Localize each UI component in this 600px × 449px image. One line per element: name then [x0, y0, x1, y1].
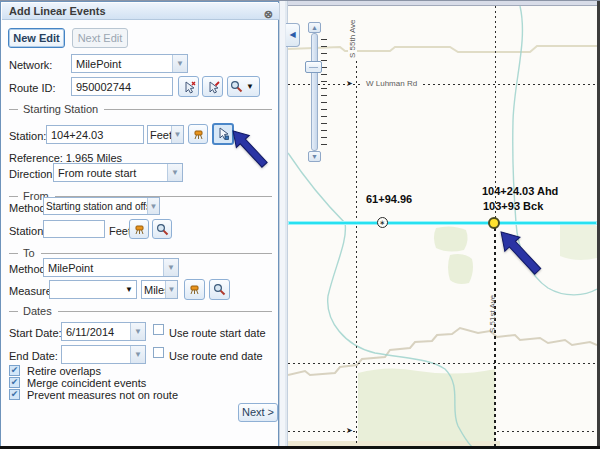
chevron-down-icon[interactable]: ▼ [130, 323, 145, 340]
section-dates: Dates [9, 305, 272, 317]
zoom-slider-ticks [321, 39, 327, 149]
measure-combo[interactable]: ▼ [49, 280, 137, 299]
chevron-down-icon[interactable]: ▼ [147, 198, 159, 214]
road-label-w-luhman: W Luhman Rd [363, 79, 420, 88]
zoom-slider-track[interactable] [311, 33, 318, 151]
network-value: MilePoint [72, 58, 172, 70]
start-date-label: Start Date: [9, 327, 62, 339]
prevent-measures-checkbox[interactable]: ✔ [9, 389, 20, 400]
station-instrument-icon [133, 223, 146, 236]
measure-unit-value: Miles [142, 284, 165, 296]
road-line-w-luhman [288, 84, 597, 85]
annotation-arrow-panel [231, 129, 277, 177]
direction-select[interactable]: From route start ▼ [53, 163, 183, 182]
section-title: Dates [23, 305, 52, 317]
from-station-tool-button[interactable] [129, 219, 149, 239]
chevron-down-icon[interactable]: ▼ [167, 164, 182, 181]
chevron-down-icon[interactable]: ▼ [171, 126, 183, 143]
panel-title: Add Linear Events [9, 5, 106, 17]
section-title: Starting Station [23, 103, 98, 115]
select-route-on-map-button[interactable] [178, 76, 199, 97]
from-station-input[interactable] [43, 220, 105, 238]
selected-station-point[interactable] [488, 217, 500, 229]
from-station-label: Station: [9, 225, 46, 237]
magnifier-icon [156, 223, 169, 236]
chevron-down-icon[interactable]: ▼ [130, 346, 145, 363]
use-route-start-date-checkbox[interactable] [153, 324, 164, 335]
zoom-out-button[interactable]: ▼ [308, 151, 321, 162]
from-unit-text: Feet [109, 225, 131, 237]
collapse-panel-tab[interactable]: ◀ [286, 23, 300, 47]
measure-tool-button[interactable] [184, 279, 205, 300]
road-line-s55th [356, 6, 357, 447]
station-instrument-icon [192, 128, 205, 141]
annotation-arrow-map [499, 230, 557, 290]
clear-route-selection-button[interactable] [202, 76, 223, 97]
prevent-measures-label: Prevent measures not on route [27, 389, 178, 401]
chevron-down-icon[interactable]: ▼ [163, 259, 178, 276]
station-tool-button[interactable] [188, 124, 208, 144]
cursor-deselect-icon [206, 80, 220, 94]
panel-map-splitter[interactable] [279, 1, 288, 447]
route-highlight-line[interactable] [288, 221, 597, 225]
road-junction-marker: ➤ [346, 426, 353, 435]
network-select[interactable]: MilePoint ▼ [71, 54, 188, 73]
next-button[interactable]: Next > [238, 403, 278, 422]
from-method-select[interactable]: Starting station and offset ▼ [43, 197, 160, 215]
basemap-features [288, 6, 597, 447]
station-input[interactable] [46, 125, 144, 144]
magnifier-icon [213, 283, 226, 296]
measure-unit-select[interactable]: Miles ▼ [141, 280, 178, 299]
station-instrument-icon [188, 283, 201, 296]
to-method-select[interactable]: MilePoint ▼ [43, 258, 179, 277]
retire-overlaps-checkbox[interactable]: ✔ [9, 365, 20, 376]
section-title: To [23, 247, 35, 259]
from-method-value: Starting station and offset [44, 201, 147, 212]
measure-label: Measure: [9, 285, 55, 297]
road-line-south1 [288, 363, 597, 364]
route-id-input[interactable] [71, 77, 173, 96]
to-method-value: MilePoint [44, 262, 163, 274]
chevron-down-icon[interactable]: ▼ [172, 55, 187, 72]
route-id-label: Route ID: [9, 82, 55, 94]
panel-header[interactable]: Add Linear Events ⊗ [2, 3, 279, 20]
retire-overlaps-label: Retire overlaps [27, 365, 101, 377]
station-label-right-bck: 103+93 Bck [483, 200, 543, 212]
zoom-slider-handle[interactable] [305, 61, 322, 73]
magnifier-icon [230, 80, 243, 93]
cursor-select-icon [182, 80, 196, 94]
station-label: Station: [9, 130, 46, 142]
station-label-left: 61+94.96 [366, 193, 412, 205]
station-label-right-ahd: 104+24.03 Ahd [482, 185, 558, 197]
new-edit-button[interactable]: New Edit [8, 28, 65, 48]
station-unit-select[interactable]: Feet ▼ [147, 125, 184, 144]
next-edit-button: Next Edit [72, 28, 128, 48]
start-date-value: 6/11/2014 [62, 326, 130, 338]
chevron-down-icon[interactable]: ▼ [122, 285, 136, 294]
road-label-s51st: S 51st Ave [488, 276, 497, 336]
reference-marker-icon: ∗ [377, 217, 388, 228]
station-unit-value: Feet [148, 129, 171, 141]
road-label-s55th: S 55th Ave [348, 6, 357, 61]
use-route-start-date-label: Use route start date [169, 327, 266, 339]
end-date-select[interactable]: ▼ [61, 345, 146, 364]
measure-search-button[interactable] [209, 279, 230, 300]
road-line-south2-right [497, 431, 597, 432]
start-date-select[interactable]: 6/11/2014 ▼ [61, 322, 146, 341]
route-search-menu-button[interactable]: ▼ [227, 76, 260, 97]
direction-value: From route start [54, 167, 167, 179]
use-route-end-date-label: Use route end date [169, 350, 263, 362]
use-route-end-date-checkbox[interactable] [153, 347, 164, 358]
direction-label: Direction: [9, 168, 55, 180]
add-linear-events-panel: Add Linear Events ⊗ New Edit Next Edit N… [0, 1, 279, 447]
zoom-in-button[interactable]: ▲ [308, 22, 321, 33]
from-search-button[interactable] [152, 219, 172, 239]
app-window: Add Linear Events ⊗ New Edit Next Edit N… [0, 0, 600, 449]
chevron-down-icon: ▼ [243, 82, 257, 91]
end-date-label: End Date: [9, 350, 58, 362]
network-label: Network: [9, 59, 52, 71]
chevron-down-icon[interactable]: ▼ [165, 281, 177, 298]
merge-coincident-events-checkbox[interactable]: ✔ [9, 377, 20, 388]
cursor-node-icon [216, 127, 230, 141]
close-icon[interactable]: ⊗ [264, 6, 273, 23]
